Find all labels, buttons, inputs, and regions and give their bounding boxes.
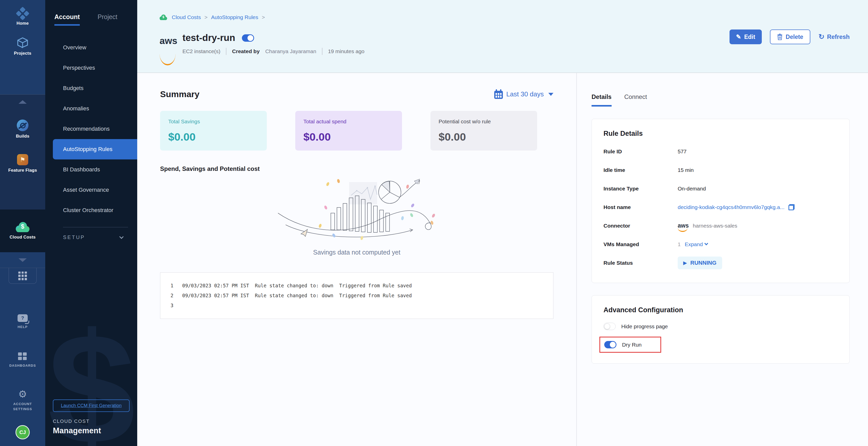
nav-item-builds[interactable]: Builds (16, 120, 29, 139)
tab-account[interactable]: Account (54, 13, 80, 26)
details-panel: Details Connect Rule Details Rule ID 577… (577, 73, 868, 446)
chevron-down-icon (119, 234, 124, 239)
nav-item-builds-label: Builds (16, 134, 29, 139)
nav-item-cloud-costs-active[interactable]: $ Cloud Costs (0, 210, 45, 252)
total-actual-spend-value: $0.00 (303, 131, 394, 143)
log-line: 3 (170, 301, 553, 310)
page-title: test-dry-run (182, 33, 235, 43)
sidebar-item-perspectives[interactable]: Perspectives (45, 58, 137, 78)
brand-line1: CLOUD COST (53, 419, 137, 424)
help-chat-icon: ? (18, 314, 28, 322)
aws-connector-icon: aws (678, 223, 689, 229)
nav-rail-top-section: Home Projects (0, 0, 45, 94)
collapse-down-strip[interactable] (0, 252, 45, 268)
date-range-selector[interactable]: Last 30 days (494, 90, 553, 99)
empty-chart-message: Savings data not computed yet (313, 249, 400, 256)
sidebar-item-overview[interactable]: Overview (45, 37, 137, 58)
copy-icon[interactable] (788, 204, 795, 210)
apps-grid-icon (18, 272, 27, 280)
calendar-icon (494, 91, 503, 99)
potential-cost-value: $0.00 (439, 131, 529, 143)
aws-logo: aws (160, 36, 177, 55)
nav-item-dashboards-label: DASHBOARDS (9, 363, 36, 368)
nav-item-account-settings-label: ACCOUNTSETTINGS (13, 402, 32, 411)
header-actions: ✎ Edit Delete ↻ Refresh (730, 29, 850, 44)
nav-item-cloud-costs-label: Cloud Costs (10, 235, 36, 240)
delete-button[interactable]: Delete (770, 29, 810, 44)
created-by-value: Charanya Jayaraman (265, 48, 316, 54)
nav-item-home-label: Home (17, 21, 29, 26)
refresh-button[interactable]: ↻ Refresh (818, 33, 850, 40)
module-switcher-button[interactable] (9, 268, 37, 284)
gear-icon: ⚙ (18, 389, 27, 399)
tab-details[interactable]: Details (592, 93, 612, 107)
nav-item-account-settings[interactable]: ⚙ ACCOUNTSETTINGS (13, 389, 32, 411)
total-savings-card: Total Savings $0.00 (160, 111, 267, 151)
rule-event-log[interactable]: 109/03/2023 02:57 PM IST Rule state chan… (160, 272, 553, 319)
tab-connect[interactable]: Connect (624, 93, 647, 107)
host-name-row: Host name deciding-kodiak-cg4qcs4h0mmv6l… (603, 198, 838, 216)
breadcrumb-cloud-costs[interactable]: Cloud Costs (172, 14, 201, 20)
idle-time-row: Idle time 15 min (603, 161, 838, 179)
setup-label: SETUP (63, 234, 85, 240)
expand-vms-button[interactable]: Expand (685, 241, 708, 247)
builds-icon (17, 120, 28, 131)
main-area: $ Cloud Costs > AutoStopping Rules > aws… (137, 0, 868, 446)
collapse-up-icon[interactable] (19, 100, 27, 104)
vms-count: 1 (678, 241, 681, 247)
sidebar-item-anomalies[interactable]: Anomalies (45, 98, 137, 119)
cloud-costs-breadcrumb-icon: $ (160, 14, 167, 20)
nav-rail: Home Projects Builds ⚑ Feature Flags $ C… (0, 0, 45, 446)
dry-run-toggle[interactable] (604, 341, 616, 348)
cloud-costs-sidebar: $ Account Project Overview Perspectives … (45, 0, 137, 446)
chart-section-title: Spend, Savings and Potential cost (160, 165, 553, 172)
nav-item-home[interactable]: Home (17, 9, 29, 26)
nav-rail-modules-section: Builds ⚑ Feature Flags (0, 94, 45, 210)
created-age: 19 minutes ago (328, 48, 365, 54)
dashboards-icon (18, 352, 27, 361)
savings-sketch-illustration (270, 175, 443, 246)
user-avatar[interactable]: CJ (16, 425, 30, 439)
chevron-down-icon (704, 242, 708, 246)
potential-cost-card: Potential cost w/o rule $0.00 (430, 111, 537, 151)
sidebar-menu: Overview Perspectives Budgets Anomalies … (45, 37, 137, 220)
connector-row: Connector aws harness-aws-sales (603, 216, 838, 235)
vms-managed-row: VMs Managed 1 Expand (603, 235, 838, 254)
collapse-down-icon (19, 258, 27, 262)
sidebar-item-recommendations[interactable]: Recommendations (45, 119, 137, 139)
setup-section-toggle[interactable]: SETUP (45, 234, 137, 240)
cloud-costs-icon: $ (16, 222, 29, 232)
details-tabs: Details Connect (592, 93, 850, 107)
breadcrumb-autostopping-rules[interactable]: AutoStopping Rules (211, 14, 258, 20)
instance-type-text: EC2 instance(s) (182, 48, 220, 54)
tab-project[interactable]: Project (98, 13, 117, 26)
rule-enabled-toggle[interactable] (242, 34, 254, 42)
scope-tabs: Account Project (45, 0, 137, 26)
content-area: Summary Last 30 days Total Savings $0.00… (137, 73, 868, 446)
feature-flags-icon: ⚑ (17, 154, 28, 165)
sidebar-item-budgets[interactable]: Budgets (45, 78, 137, 98)
connector-name: harness-aws-sales (693, 223, 737, 229)
sidebar-item-bi-dashboards[interactable]: BI Dashboards (45, 159, 137, 180)
nav-item-projects-label: Projects (14, 51, 32, 56)
empty-chart-state: Savings data not computed yet (160, 175, 553, 256)
edit-button[interactable]: ✎ Edit (730, 29, 762, 44)
rule-id-row: Rule ID 577 (603, 142, 838, 161)
launch-ccm-first-gen-button[interactable]: Launch CCM First Generation (53, 399, 130, 412)
potential-cost-label: Potential cost w/o rule (439, 118, 529, 125)
projects-cube-icon (17, 37, 28, 48)
hide-progress-page-toggle[interactable] (603, 323, 616, 330)
host-name-link[interactable]: deciding-kodiak-cg4qcs4h0mmv6lo7gqkg.a..… (678, 204, 784, 210)
nav-item-feature-flags[interactable]: ⚑ Feature Flags (8, 154, 37, 173)
rule-details-heading: Rule Details (603, 130, 838, 138)
nav-item-projects[interactable]: Projects (14, 37, 32, 56)
page-header: $ Cloud Costs > AutoStopping Rules > aws… (137, 0, 868, 73)
nav-item-dashboards[interactable]: DASHBOARDS (9, 352, 36, 368)
sidebar-item-cluster-orchestrator[interactable]: Cluster Orchestrator (45, 200, 137, 220)
rule-status-badge: ▶ RUNNING (678, 257, 722, 269)
nav-item-help[interactable]: ? HELP (18, 314, 28, 330)
brand-line2: Management (53, 426, 137, 435)
sidebar-item-asset-governance[interactable]: Asset Governance (45, 180, 137, 200)
dry-run-label: Dry Run (622, 342, 642, 348)
sidebar-item-autostopping-rules[interactable]: AutoStopping Rules (53, 139, 137, 159)
